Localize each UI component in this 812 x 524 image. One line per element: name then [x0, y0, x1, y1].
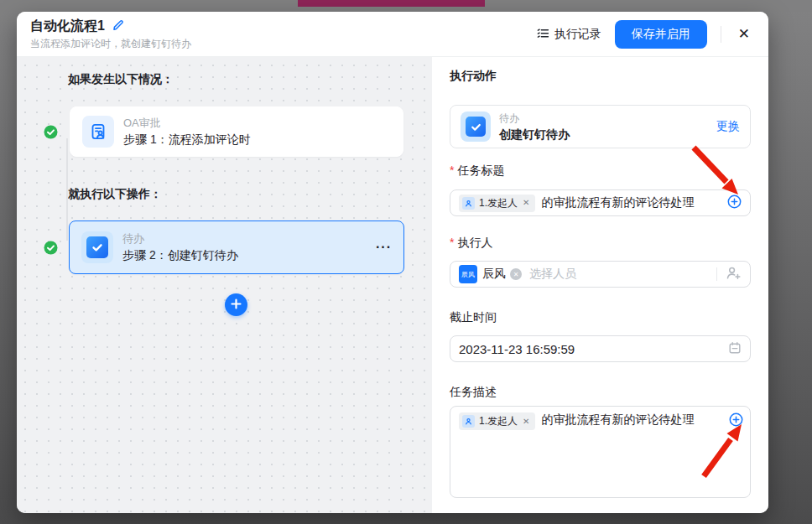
- person-plus-icon: [726, 265, 742, 283]
- edit-title-button[interactable]: [112, 18, 125, 34]
- header-divider: [721, 26, 721, 43]
- step-connector-line: [66, 138, 68, 241]
- selected-action-card: 待办 创建钉钉待办 更换: [450, 105, 751, 148]
- required-marker: *: [450, 236, 454, 249]
- field-variable-chip[interactable]: 1.发起人 ✕: [459, 412, 535, 430]
- calendar-icon: [728, 341, 742, 357]
- pencil-icon: [112, 18, 125, 34]
- close-icon: ✕: [738, 26, 750, 42]
- change-action-link[interactable]: 更换: [716, 119, 740, 134]
- trigger-section-label: 如果发生以下情况：: [68, 72, 174, 87]
- automation-editor-modal: 自动化流程1 当流程添加评论时，就创建钉钉待办: [17, 12, 768, 513]
- task-title-label: * 任务标题: [450, 163, 504, 179]
- action-config-panel: 执行动作 待办 创建钉钉待办 更换 * 任务标题: [432, 57, 768, 513]
- todo-checkbox-icon: [81, 231, 113, 263]
- trigger-step-card[interactable]: OA审批 步骤 1：流程添加评论时: [70, 106, 403, 157]
- chip-label: 1.发起人: [479, 196, 518, 210]
- remove-assignee-icon[interactable]: ✕: [510, 268, 522, 280]
- assignee-avatar: 辰风: [459, 265, 477, 283]
- header-title-block: 自动化流程1 当流程添加评论时，就创建钉钉待办: [30, 18, 191, 51]
- action-step-text: 步骤 2：创建钉钉待办: [122, 248, 238, 263]
- calendar-button[interactable]: [728, 341, 742, 357]
- description-text: 的审批流程有新的评论待处理: [541, 412, 694, 428]
- flow-subtitle: 当流程添加评论时，就创建钉钉待办: [30, 37, 191, 51]
- assignee-label: * 执行人: [450, 236, 492, 251]
- workflow-canvas: 如果发生以下情况： 就执行以下操作： OA: [17, 57, 432, 513]
- flow-title: 自动化流程1: [30, 18, 105, 35]
- deadline-label: 截止时间: [450, 310, 497, 325]
- save-and-enable-button[interactable]: 保存并启用: [615, 20, 707, 49]
- task-title-input[interactable]: 1.发起人 ✕ 的审批流程有新的评论待处理: [450, 189, 751, 216]
- background-page-bar: [298, 0, 485, 7]
- chip-remove-icon[interactable]: ✕: [522, 418, 530, 426]
- action-app-name: 待办: [122, 231, 238, 246]
- run-log-label: 执行记录: [554, 27, 601, 42]
- insert-variable-button[interactable]: [729, 412, 743, 429]
- chip-remove-icon[interactable]: ✕: [522, 199, 530, 207]
- page-background: { "colors": { "accent": "#1677ff", "succ…: [0, 0, 812, 524]
- panel-title: 执行动作: [450, 69, 497, 84]
- run-log-button[interactable]: 执行记录: [537, 27, 601, 42]
- assignee-input[interactable]: 辰风 辰风 ✕ 选择人员: [450, 261, 751, 288]
- action-app-label: 待办: [499, 112, 570, 126]
- step-more-menu-button[interactable]: ···: [376, 240, 392, 255]
- add-person-button[interactable]: [726, 265, 742, 283]
- required-marker: *: [450, 163, 454, 177]
- circled-plus-icon: [729, 412, 743, 429]
- action-step-card[interactable]: 待办 步骤 2：创建钉钉待办 ···: [69, 220, 404, 274]
- modal-header: 自动化流程1 当流程添加评论时，就创建钉钉待办: [17, 12, 768, 57]
- deadline-value: 2023-11-23 16:59:59: [459, 342, 575, 356]
- check-circle-icon: [44, 125, 58, 139]
- plus-icon: [231, 298, 242, 312]
- field-variable-chip[interactable]: 1.发起人 ✕: [459, 195, 535, 212]
- task-title-text: 的审批流程有新的评论待处理: [541, 195, 694, 210]
- action-name: 创建钉钉待办: [499, 127, 570, 143]
- list-lines-icon: [537, 27, 549, 42]
- variable-person-icon: [462, 415, 475, 428]
- deadline-input[interactable]: 2023-11-23 16:59:59: [450, 335, 751, 362]
- chip-label: 1.发起人: [479, 414, 518, 428]
- trigger-app-name: OA审批: [123, 116, 251, 131]
- todo-checkbox-icon: [461, 112, 491, 142]
- input-divider: [716, 267, 717, 281]
- close-button[interactable]: ✕: [735, 25, 753, 43]
- insert-variable-button[interactable]: [727, 195, 742, 211]
- circled-plus-icon: [727, 195, 742, 211]
- variable-person-icon: [462, 197, 475, 210]
- approval-document-icon: [82, 116, 114, 148]
- trigger-step-text: 步骤 1：流程添加评论时: [123, 132, 251, 148]
- description-label: 任务描述: [450, 385, 497, 400]
- description-textarea[interactable]: 1.发起人 ✕ 的审批流程有新的评论待处理: [450, 406, 751, 498]
- add-step-button[interactable]: [225, 293, 247, 316]
- assignee-placeholder: 选择人员: [529, 267, 576, 282]
- check-circle-icon: [44, 241, 58, 255]
- action-section-label: 就执行以下操作：: [68, 187, 162, 202]
- assignee-name: 辰风: [482, 267, 506, 282]
